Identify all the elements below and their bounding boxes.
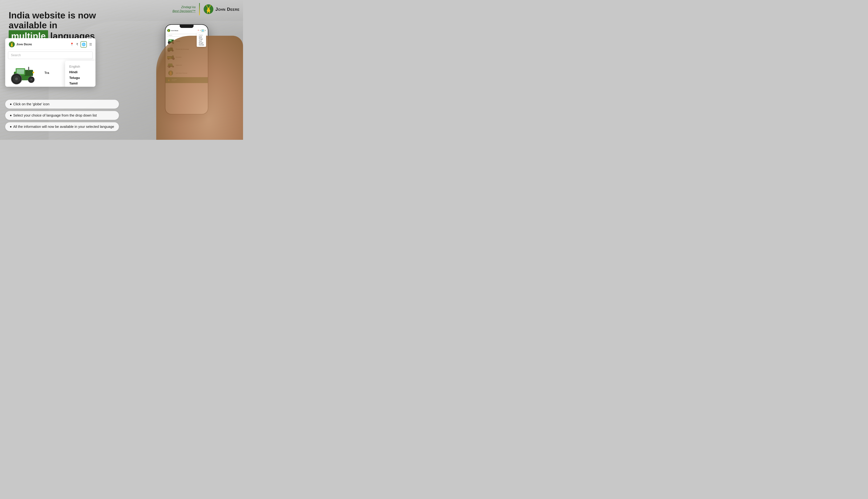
- lang-item-english[interactable]: English: [69, 64, 91, 69]
- menu-icon[interactable]: ☰: [89, 42, 92, 46]
- lang-item-bengali[interactable]: Bengali: [69, 86, 91, 87]
- bullet-dot-1: [10, 104, 11, 105]
- location-icon[interactable]: 📍: [70, 42, 74, 46]
- bullet-2: Select your choice of language from the …: [5, 111, 119, 120]
- phone-lang-tamil[interactable]: Tamil: [199, 40, 204, 42]
- main-content: Zindagi ka Best Decision!™: [0, 0, 243, 140]
- phone-row-label-tractors: Tractors: [176, 40, 180, 42]
- phone-lang-bengali[interactable]: Bengali: [199, 42, 204, 44]
- lang-item-telugu[interactable]: Telugu: [69, 75, 91, 81]
- svg-rect-82: [170, 75, 170, 76]
- svg-point-74: [173, 66, 174, 67]
- svg-point-33: [33, 72, 34, 73]
- phone-lang-kannada[interactable]: Kannada: [199, 44, 204, 46]
- browser-logo: John Deere: [9, 41, 32, 48]
- phone-search-placeholder: Search: [168, 35, 172, 36]
- phone-mockup: John Deere 📍 ₹ 🌐 ☰ English Hindi Telugu …: [165, 24, 208, 114]
- bullet-dot-3: [10, 126, 11, 127]
- bullet-1: Click on the 'globe' icon: [5, 100, 119, 109]
- phone-header: John Deere 📍 ₹ 🌐 ☰ English Hindi Telugu …: [165, 28, 208, 33]
- browser-mockup: John Deere 📍 ₹ 🌐 ☰ Search: [5, 38, 95, 87]
- svg-rect-21: [12, 46, 13, 47]
- svg-rect-83: [171, 75, 171, 76]
- bullet-text-1: Click on the 'globe' icon: [13, 102, 49, 106]
- language-dropdown: English Hindi Telugu Tamil Bengali Kanna…: [65, 61, 95, 87]
- phone-financial-img: [167, 70, 175, 76]
- headline-area: India website is now available in multip…: [9, 10, 130, 42]
- phone-location-icon[interactable]: 📍: [198, 30, 199, 32]
- svg-point-31: [31, 79, 32, 80]
- phone-menu-icon[interactable]: ☰: [205, 30, 206, 32]
- svg-point-51: [169, 42, 170, 43]
- phone-harvester-img: [167, 54, 175, 60]
- phone-row-implements: Implements: [165, 61, 208, 69]
- phone-content: Tractors Precision Ag Technology: [165, 37, 208, 114]
- globe-icon-btn[interactable]: 🌐: [81, 41, 87, 48]
- svg-rect-46: [171, 39, 174, 41]
- svg-rect-43: [168, 32, 169, 32]
- phone-nav-icons: 📍 ₹ 🌐 ☰: [198, 29, 206, 32]
- phone-lang-telugu[interactable]: Telugu: [199, 38, 204, 40]
- phone-brand-name: John Deere: [171, 30, 178, 32]
- phone-row-financial: John Deere Financial: [165, 69, 208, 77]
- svg-point-54: [173, 43, 173, 43]
- svg-rect-25: [17, 69, 24, 74]
- divider: [199, 3, 200, 15]
- financial-banner-text: John DeereFinancial: [172, 79, 177, 81]
- browser-brand-name: John Deere: [16, 42, 32, 46]
- svg-rect-63: [172, 56, 174, 58]
- lang-item-tamil[interactable]: Tamil: [69, 81, 91, 86]
- svg-rect-69: [167, 58, 171, 58]
- top-brand-name: John Deere: [215, 7, 240, 12]
- bullet-text-2: Select your choice of language from the …: [13, 113, 97, 118]
- phone-row-harvesters: Harvesters: [165, 53, 208, 61]
- phone-row-label-implements: Implements: [176, 64, 182, 66]
- phone-precision-img: [167, 46, 175, 52]
- rupee-icon[interactable]: ₹: [76, 42, 78, 46]
- tagline: Zindagi ka Best Decision!™: [173, 5, 195, 13]
- lang-item-hindi[interactable]: Hindi: [69, 69, 91, 75]
- bullets-area: Click on the 'globe' icon Select your ch…: [5, 100, 119, 131]
- svg-point-86: [168, 80, 169, 81]
- phone-tractor-img: [167, 38, 175, 44]
- bullet-3: All the information will now be availabl…: [5, 122, 119, 131]
- top-logo: John Deere: [203, 4, 240, 14]
- svg-point-72: [169, 66, 170, 67]
- phone-globe-icon[interactable]: 🌐: [201, 29, 204, 32]
- svg-rect-48: [169, 39, 171, 41]
- tagline-line2: Best Decision!™: [173, 9, 195, 13]
- svg-rect-61: [168, 48, 170, 50]
- svg-rect-32: [28, 67, 29, 71]
- phone-language-dropdown: English Hindi Telugu Tamil Bengali Kanna…: [197, 33, 206, 47]
- svg-rect-9: [207, 12, 208, 13]
- svg-point-57: [168, 50, 170, 51]
- svg-rect-76: [167, 66, 169, 67]
- tractor-image-area: [5, 61, 41, 86]
- svg-point-59: [172, 50, 173, 51]
- svg-rect-10: [209, 12, 210, 13]
- browser-nav-icons: 📍 ₹ 🌐 ☰: [70, 41, 92, 48]
- bullet-dot-2: [10, 115, 11, 116]
- phone-screen: John Deere 📍 ₹ 🌐 ☰ English Hindi Telugu …: [165, 25, 208, 114]
- header-top-right: Zindagi ka Best Decision!™: [173, 3, 240, 15]
- phone-lang-hindi[interactable]: Hindi: [199, 36, 204, 38]
- tractor-label: Tra: [41, 71, 49, 76]
- svg-point-68: [168, 58, 169, 59]
- tractor-svg: [7, 63, 41, 85]
- financial-banner-icon: [167, 78, 171, 82]
- phone-implements-img: [167, 62, 175, 68]
- svg-point-28: [15, 77, 18, 80]
- svg-rect-60: [170, 48, 173, 50]
- bullet-text-3: All the information will now be availabl…: [13, 125, 114, 129]
- phone-financial-banner: John DeereFinancial: [165, 77, 208, 83]
- svg-rect-20: [11, 46, 12, 47]
- browser-search-bar[interactable]: Search: [8, 51, 93, 59]
- phone-logo: John Deere: [167, 29, 178, 32]
- phone-notch: [180, 25, 193, 28]
- phone-lang-english[interactable]: English: [199, 34, 204, 36]
- deer-icon-phone: [167, 29, 170, 32]
- phone-rupee-icon[interactable]: ₹: [200, 30, 201, 32]
- phone-row-label-financial: John Deere Financial: [176, 73, 187, 74]
- headline-line1: India website is now available in: [9, 10, 130, 30]
- svg-rect-23: [24, 70, 33, 76]
